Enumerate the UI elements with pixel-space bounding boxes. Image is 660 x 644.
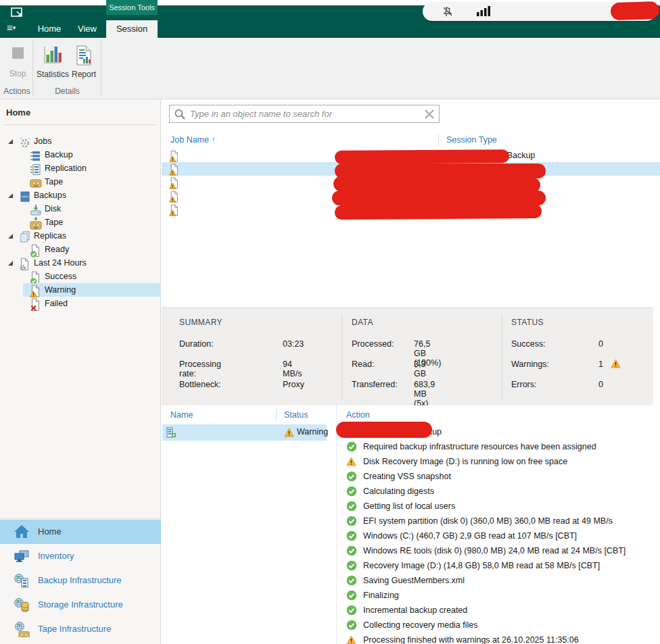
- tree-item-label: Replicas: [34, 229, 66, 243]
- action-log-row[interactable]: Recovery Image (D:) (14,8 GB) 58,0 MB re…: [341, 558, 659, 573]
- action-log-text: Required backup infrastructure resources…: [363, 439, 596, 454]
- sidebar-nav-tape-infrastructure[interactable]: Tape Infrastructure: [0, 617, 161, 641]
- page-warning-icon: [169, 204, 179, 221]
- expand-arrow-icon[interactable]: [8, 261, 13, 266]
- home-icon: [14, 524, 30, 542]
- summary-value: 03:23: [283, 339, 304, 349]
- tree-item-backups[interactable]: Backups: [0, 189, 161, 202]
- agent-icon: [166, 427, 176, 440]
- sidebar-nav-label: Home: [38, 526, 62, 537]
- tape-infra-icon: [14, 621, 30, 639]
- tree-item-label: Disk: [45, 202, 61, 216]
- column-header-action[interactable]: Action: [346, 410, 370, 420]
- inventory-icon: [14, 548, 30, 566]
- action-log-row[interactable]: EFI system partition (disk 0) (360,0 MB)…: [341, 514, 659, 528]
- tree-item-label: Last 24 Hours: [34, 256, 87, 270]
- signal-bars-icon[interactable]: [477, 6, 493, 19]
- column-divider[interactable]: [438, 134, 439, 146]
- action-log-row[interactable]: Processing finished with warnings at 26.…: [341, 633, 659, 644]
- pin-off-icon[interactable]: [442, 5, 454, 20]
- summary-label: Processing rate:: [179, 360, 221, 378]
- sidebar-title: Home: [6, 107, 30, 118]
- warning-icon: [284, 428, 294, 439]
- tree-item-warning[interactable]: Warning: [0, 283, 161, 297]
- expand-arrow-icon[interactable]: [8, 193, 13, 198]
- action-log-row[interactable]: Getting list of local users: [341, 499, 659, 514]
- column-header-name[interactable]: Name: [170, 410, 193, 420]
- column-divider[interactable]: [276, 409, 277, 420]
- tree-item-backup[interactable]: Backup: [0, 148, 161, 162]
- column-header-status[interactable]: Status: [284, 410, 308, 420]
- action-log-row[interactable]: Windows RE tools (disk 0) (980,0 MB) 24,…: [341, 543, 659, 558]
- action-log-row[interactable]: Incremental backup created: [341, 603, 659, 618]
- tree-item-jobs[interactable]: Jobs: [0, 134, 161, 148]
- warning-icon: [611, 359, 621, 370]
- tree-item-label: Backup: [45, 148, 73, 162]
- sidebar-nav-home[interactable]: Home: [0, 520, 161, 544]
- ribbon-group-separator: [101, 41, 101, 96]
- veeam-console-window: ≡▾ Home View Session Session Tools Stop …: [0, 0, 660, 644]
- tree-item-label: Ready: [45, 243, 69, 256]
- action-log-row[interactable]: Required backup infrastructure resources…: [341, 439, 659, 454]
- tree-item-success[interactable]: Success: [0, 270, 161, 283]
- column-header-job-name[interactable]: Job Name ↑: [170, 135, 215, 145]
- action-log-row[interactable]: Collecting recovery media files: [341, 618, 659, 633]
- action-log-text: Saving GuestMembers.xml: [363, 573, 465, 588]
- action-log-row[interactable]: Disk Recovery Image (D:) is running low …: [341, 454, 659, 469]
- column-header-session-type[interactable]: Session Type: [446, 135, 497, 145]
- tree-item-last-24-hours[interactable]: Last 24 Hours: [0, 256, 161, 270]
- hamburger-icon: ≡: [7, 22, 13, 33]
- panel-divider: [336, 405, 337, 644]
- tree-item-label: Jobs: [34, 134, 51, 148]
- contextual-tab-session-tools[interactable]: Session Tools: [106, 0, 158, 15]
- tree-item-label: Replication: [45, 162, 87, 175]
- summary-label: Read:: [352, 360, 374, 369]
- summary-section-title: DATA: [352, 318, 373, 327]
- action-log-row[interactable]: Finalizing: [341, 588, 659, 603]
- tree-item-ready[interactable]: Ready: [0, 243, 161, 256]
- sidebar-nav-storage-infrastructure[interactable]: Storage Infrastructure: [0, 593, 161, 617]
- tree-item-tape[interactable]: Tape: [0, 175, 161, 189]
- action-log-text: Recovery Image (D:) (14,8 GB) 58,0 MB re…: [363, 558, 600, 573]
- sidebar-nav-backup-infrastructure[interactable]: Backup Infrastructure: [0, 568, 161, 593]
- action-log-text: Incremental backup created: [363, 603, 467, 618]
- report-icon: [74, 45, 93, 68]
- tab-home[interactable]: Home: [31, 20, 68, 38]
- warning-icon: [346, 635, 356, 644]
- tree-item-failed[interactable]: Failed: [0, 297, 161, 310]
- expand-arrow-icon[interactable]: [8, 234, 13, 239]
- search-input[interactable]: [190, 106, 413, 122]
- action-log-row[interactable]: Saving GuestMembers.xml: [341, 573, 659, 588]
- tree-item-label: Success: [45, 270, 76, 283]
- failed-icon: [30, 298, 41, 316]
- main-menu-button[interactable]: ≡▾: [7, 22, 16, 33]
- tab-view[interactable]: View: [70, 20, 104, 38]
- action-log-text: Collecting recovery media files: [363, 618, 478, 633]
- tab-session-active[interactable]: Session: [106, 20, 158, 38]
- action-log-row[interactable]: Windows (C:) (460,7 GB) 2,9 GB read at 1…: [341, 528, 659, 543]
- expand-arrow-icon[interactable]: [8, 139, 13, 144]
- stop-button[interactable]: Stop: [2, 42, 33, 84]
- search-icon: [174, 108, 186, 122]
- tree-item-replicas[interactable]: Replicas: [0, 229, 161, 243]
- summary-value: 94 MB/s: [283, 360, 302, 378]
- action-log-row[interactable]: Creating VSS snapshot: [341, 469, 659, 484]
- status-text: Warning: [297, 427, 328, 437]
- app-window-icon[interactable]: [11, 7, 26, 21]
- tree-item-tape[interactable]: Tape: [0, 216, 161, 229]
- summary-value: 3,3 GB: [414, 360, 426, 378]
- tree-item-disk[interactable]: Disk: [0, 202, 161, 216]
- ribbon-group-separator: [32, 41, 33, 96]
- summary-label: Success:: [511, 339, 546, 349]
- sidebar-nav-inventory[interactable]: Inventory: [0, 544, 161, 568]
- action-log-row[interactable]: Calculating digests: [341, 484, 659, 499]
- clear-search-icon[interactable]: [424, 109, 435, 122]
- action-log-text: Processing finished with warnings at 26.…: [363, 633, 579, 644]
- tree-item-replication[interactable]: Replication: [0, 162, 161, 175]
- statistics-button[interactable]: Statistics: [37, 42, 68, 84]
- backup-infra-icon: [14, 572, 30, 591]
- sidebar-divider: [4, 124, 157, 125]
- session-object-row[interactable]: Warning: [162, 424, 327, 441]
- action-log-text: EFI system partition (disk 0) (360,0 MB)…: [363, 514, 613, 528]
- report-button[interactable]: Report: [68, 42, 99, 84]
